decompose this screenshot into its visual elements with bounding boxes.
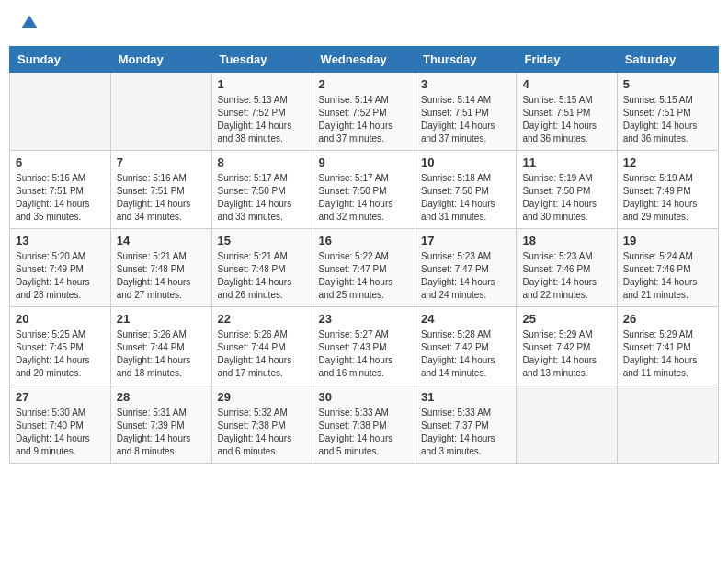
calendar-cell: 19Sunrise: 5:24 AM Sunset: 7:46 PM Dayli… bbox=[617, 229, 718, 307]
day-number: 18 bbox=[522, 234, 610, 247]
calendar-cell: 31Sunrise: 5:33 AM Sunset: 7:37 PM Dayli… bbox=[415, 385, 517, 464]
calendar-cell: 28Sunrise: 5:31 AM Sunset: 7:39 PM Dayli… bbox=[110, 385, 211, 464]
day-number: 7 bbox=[117, 155, 206, 169]
calendar-cell: 6Sunrise: 5:16 AM Sunset: 7:51 PM Daylig… bbox=[10, 151, 111, 229]
day-info: Sunrise: 5:15 AM Sunset: 7:51 PM Dayligh… bbox=[623, 94, 712, 145]
day-number: 2 bbox=[319, 77, 409, 91]
calendar-cell: 4Sunrise: 5:15 AM Sunset: 7:51 PM Daylig… bbox=[517, 73, 617, 151]
calendar-cell: 23Sunrise: 5:27 AM Sunset: 7:43 PM Dayli… bbox=[313, 307, 415, 385]
day-number: 28 bbox=[117, 390, 206, 404]
day-number: 22 bbox=[218, 312, 307, 326]
day-info: Sunrise: 5:15 AM Sunset: 7:51 PM Dayligh… bbox=[522, 94, 610, 145]
day-info: Sunrise: 5:26 AM Sunset: 7:44 PM Dayligh… bbox=[117, 328, 206, 380]
day-number: 27 bbox=[16, 390, 105, 404]
day-number: 5 bbox=[623, 77, 712, 91]
calendar-cell: 9Sunrise: 5:17 AM Sunset: 7:50 PM Daylig… bbox=[313, 151, 415, 229]
day-info: Sunrise: 5:17 AM Sunset: 7:50 PM Dayligh… bbox=[218, 172, 307, 224]
calendar-cell: 7Sunrise: 5:16 AM Sunset: 7:51 PM Daylig… bbox=[110, 151, 211, 229]
logo bbox=[18, 14, 39, 32]
calendar-cell: 1Sunrise: 5:13 AM Sunset: 7:52 PM Daylig… bbox=[211, 73, 313, 151]
day-info: Sunrise: 5:24 AM Sunset: 7:46 PM Dayligh… bbox=[623, 250, 712, 302]
day-info: Sunrise: 5:23 AM Sunset: 7:46 PM Dayligh… bbox=[522, 250, 610, 302]
day-number: 12 bbox=[623, 155, 712, 169]
day-number: 23 bbox=[319, 312, 409, 326]
calendar-cell: 29Sunrise: 5:32 AM Sunset: 7:38 PM Dayli… bbox=[211, 385, 313, 464]
day-info: Sunrise: 5:26 AM Sunset: 7:44 PM Dayligh… bbox=[218, 328, 307, 380]
day-number: 11 bbox=[522, 155, 610, 169]
day-number: 3 bbox=[421, 77, 510, 91]
page-header bbox=[9, 9, 719, 37]
day-number: 1 bbox=[218, 77, 307, 91]
day-info: Sunrise: 5:18 AM Sunset: 7:50 PM Dayligh… bbox=[421, 172, 510, 224]
day-info: Sunrise: 5:23 AM Sunset: 7:47 PM Dayligh… bbox=[421, 250, 510, 302]
day-info: Sunrise: 5:14 AM Sunset: 7:52 PM Dayligh… bbox=[319, 94, 409, 145]
day-number: 19 bbox=[623, 234, 712, 247]
calendar-table: SundayMondayTuesdayWednesdayThursdayFrid… bbox=[9, 46, 719, 464]
day-number: 17 bbox=[421, 234, 510, 247]
calendar-cell: 10Sunrise: 5:18 AM Sunset: 7:50 PM Dayli… bbox=[415, 151, 517, 229]
calendar-cell: 24Sunrise: 5:28 AM Sunset: 7:42 PM Dayli… bbox=[415, 307, 517, 385]
calendar-cell: 2Sunrise: 5:14 AM Sunset: 7:52 PM Daylig… bbox=[313, 73, 415, 151]
calendar-cell: 16Sunrise: 5:22 AM Sunset: 7:47 PM Dayli… bbox=[313, 229, 415, 307]
calendar-cell: 22Sunrise: 5:26 AM Sunset: 7:44 PM Dayli… bbox=[211, 307, 313, 385]
day-number: 20 bbox=[16, 312, 105, 326]
calendar-cell: 15Sunrise: 5:21 AM Sunset: 7:48 PM Dayli… bbox=[211, 229, 313, 307]
day-number: 8 bbox=[218, 155, 307, 169]
day-number: 25 bbox=[522, 312, 610, 326]
day-info: Sunrise: 5:16 AM Sunset: 7:51 PM Dayligh… bbox=[117, 172, 206, 224]
logo-icon bbox=[20, 14, 39, 32]
day-number: 9 bbox=[319, 155, 409, 169]
calendar-cell: 25Sunrise: 5:29 AM Sunset: 7:42 PM Dayli… bbox=[517, 307, 617, 385]
day-header-saturday: Saturday bbox=[617, 47, 718, 73]
day-number: 16 bbox=[319, 234, 409, 247]
day-info: Sunrise: 5:28 AM Sunset: 7:42 PM Dayligh… bbox=[421, 328, 510, 380]
day-info: Sunrise: 5:30 AM Sunset: 7:40 PM Dayligh… bbox=[16, 407, 105, 458]
day-info: Sunrise: 5:19 AM Sunset: 7:50 PM Dayligh… bbox=[522, 172, 610, 224]
calendar-cell bbox=[517, 385, 617, 464]
calendar-header-row: SundayMondayTuesdayWednesdayThursdayFrid… bbox=[10, 47, 719, 73]
calendar-cell: 14Sunrise: 5:21 AM Sunset: 7:48 PM Dayli… bbox=[110, 229, 211, 307]
calendar-week-row: 6Sunrise: 5:16 AM Sunset: 7:51 PM Daylig… bbox=[10, 151, 719, 229]
day-info: Sunrise: 5:17 AM Sunset: 7:50 PM Dayligh… bbox=[319, 172, 409, 224]
calendar-cell: 12Sunrise: 5:19 AM Sunset: 7:49 PM Dayli… bbox=[617, 151, 718, 229]
day-info: Sunrise: 5:31 AM Sunset: 7:39 PM Dayligh… bbox=[117, 407, 206, 458]
calendar-cell: 8Sunrise: 5:17 AM Sunset: 7:50 PM Daylig… bbox=[211, 151, 313, 229]
calendar-cell: 21Sunrise: 5:26 AM Sunset: 7:44 PM Dayli… bbox=[110, 307, 211, 385]
calendar-cell: 13Sunrise: 5:20 AM Sunset: 7:49 PM Dayli… bbox=[10, 229, 111, 307]
day-info: Sunrise: 5:21 AM Sunset: 7:48 PM Dayligh… bbox=[218, 250, 307, 302]
day-info: Sunrise: 5:32 AM Sunset: 7:38 PM Dayligh… bbox=[218, 407, 307, 458]
day-info: Sunrise: 5:20 AM Sunset: 7:49 PM Dayligh… bbox=[16, 250, 105, 302]
day-header-thursday: Thursday bbox=[415, 47, 517, 73]
calendar-cell bbox=[110, 73, 211, 151]
day-number: 30 bbox=[319, 390, 409, 404]
day-info: Sunrise: 5:13 AM Sunset: 7:52 PM Dayligh… bbox=[218, 94, 307, 145]
day-number: 15 bbox=[218, 234, 307, 247]
calendar-cell: 17Sunrise: 5:23 AM Sunset: 7:47 PM Dayli… bbox=[415, 229, 517, 307]
day-header-monday: Monday bbox=[110, 47, 211, 73]
day-header-friday: Friday bbox=[517, 47, 617, 73]
day-info: Sunrise: 5:29 AM Sunset: 7:42 PM Dayligh… bbox=[522, 328, 610, 380]
day-number: 6 bbox=[16, 155, 105, 169]
svg-marker-0 bbox=[22, 16, 38, 28]
day-number: 21 bbox=[117, 312, 206, 326]
calendar-cell bbox=[617, 385, 718, 464]
day-header-sunday: Sunday bbox=[10, 47, 111, 73]
day-header-tuesday: Tuesday bbox=[211, 47, 313, 73]
day-number: 24 bbox=[421, 312, 510, 326]
day-info: Sunrise: 5:27 AM Sunset: 7:43 PM Dayligh… bbox=[319, 328, 409, 380]
calendar-cell: 18Sunrise: 5:23 AM Sunset: 7:46 PM Dayli… bbox=[517, 229, 617, 307]
day-info: Sunrise: 5:21 AM Sunset: 7:48 PM Dayligh… bbox=[117, 250, 206, 302]
day-info: Sunrise: 5:25 AM Sunset: 7:45 PM Dayligh… bbox=[16, 328, 105, 380]
calendar-cell: 5Sunrise: 5:15 AM Sunset: 7:51 PM Daylig… bbox=[617, 73, 718, 151]
day-number: 29 bbox=[218, 390, 307, 404]
day-header-wednesday: Wednesday bbox=[313, 47, 415, 73]
calendar-cell: 30Sunrise: 5:33 AM Sunset: 7:38 PM Dayli… bbox=[313, 385, 415, 464]
calendar-cell: 11Sunrise: 5:19 AM Sunset: 7:50 PM Dayli… bbox=[517, 151, 617, 229]
day-info: Sunrise: 5:16 AM Sunset: 7:51 PM Dayligh… bbox=[16, 172, 105, 224]
calendar-cell: 20Sunrise: 5:25 AM Sunset: 7:45 PM Dayli… bbox=[10, 307, 111, 385]
calendar-week-row: 27Sunrise: 5:30 AM Sunset: 7:40 PM Dayli… bbox=[10, 385, 719, 464]
day-info: Sunrise: 5:19 AM Sunset: 7:49 PM Dayligh… bbox=[623, 172, 712, 224]
day-info: Sunrise: 5:22 AM Sunset: 7:47 PM Dayligh… bbox=[319, 250, 409, 302]
day-number: 10 bbox=[421, 155, 510, 169]
calendar-cell: 27Sunrise: 5:30 AM Sunset: 7:40 PM Dayli… bbox=[10, 385, 111, 464]
